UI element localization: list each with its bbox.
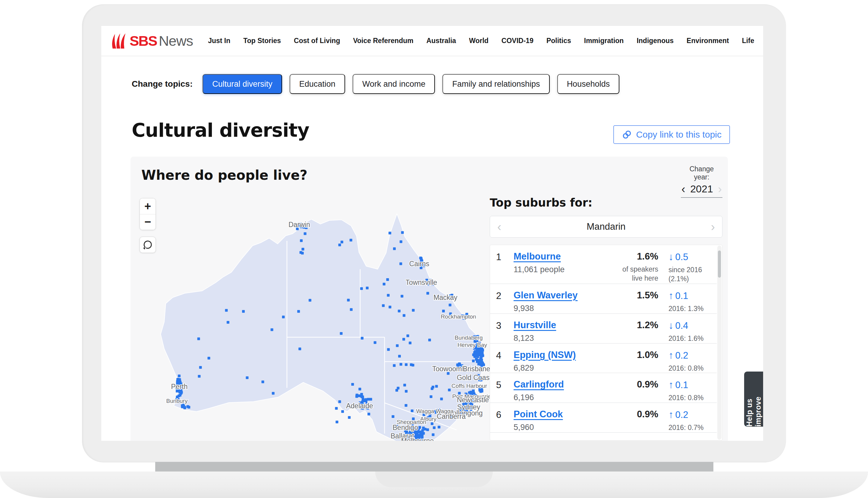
nav-item-environment[interactable]: Environment: [687, 37, 729, 45]
city-label-perth: Perth: [171, 383, 188, 391]
topic-button-education[interactable]: Education: [290, 74, 345, 94]
language-prev-button[interactable]: ‹: [497, 222, 501, 231]
map-zoom-out-button[interactable]: −: [140, 214, 155, 230]
card-title: Where do people live?: [141, 167, 307, 183]
suburb-row-7: 7Chatswood5,9480.9%↓< 0.12016: 1.0%: [490, 432, 717, 441]
year-value: 2021: [690, 183, 713, 195]
copy-link-button[interactable]: Copy link to this topic: [613, 125, 730, 144]
up-arrow-icon: ↑: [668, 409, 674, 420]
suburb-change-note: 2016: 1.3%: [661, 304, 715, 313]
city-label-newcastle: Newcastle: [457, 396, 489, 404]
topic-buttons: Cultural diversityEducationWork and inco…: [203, 74, 620, 94]
city-label-adelaide: Adelaide: [346, 402, 373, 410]
where-people-live-card: Where do people live? Change year: ‹ 202…: [130, 157, 728, 441]
city-label-rockhampton: Rockhampton: [441, 313, 476, 320]
nav-item-cost-of-living[interactable]: Cost of Living: [294, 37, 340, 45]
suburb-count: 6,829: [513, 364, 615, 373]
city-label-townsville: Townsville: [406, 278, 437, 286]
year-control: Change year: ‹ 2021 ›: [681, 165, 723, 198]
suburb-count: 5,960: [513, 423, 615, 432]
suburb-percent: 1.0%: [615, 350, 661, 361]
suburb-change-note: 2016: 0.8%: [661, 394, 715, 403]
city-label-darwin: Darwin: [289, 221, 310, 228]
topic-button-cultural-diversity[interactable]: Cultural diversity: [203, 74, 282, 94]
top-suburbs-heading: Top suburbs for:: [490, 196, 723, 209]
nav-item-covid-19[interactable]: COVID-19: [501, 37, 534, 45]
nav-item-indigenous[interactable]: Indigenous: [637, 37, 674, 45]
city-label-brisbane: Brisbane: [463, 365, 490, 373]
down-arrow-icon: ↓: [668, 439, 674, 441]
language-next-button[interactable]: ›: [711, 222, 715, 231]
suburb-change-note: 2016: 0.8%: [661, 364, 715, 373]
nav-item-politics[interactable]: Politics: [546, 37, 571, 45]
suburb-list: 1Melbourne11,061 people1.6%of speakers l…: [490, 245, 723, 441]
main-nav: Just InTop StoriesCost of LivingVoice Re…: [208, 37, 754, 45]
suburb-change-note: 2016: 0.7%: [661, 423, 715, 432]
topic-button-family-and-relationships[interactable]: Family and relationships: [443, 74, 549, 94]
year-next-button[interactable]: ›: [718, 185, 722, 193]
suburb-row-3: 3Hurstville8,1231.2%↓0.42016: 1.6%: [490, 313, 717, 343]
suburb-link[interactable]: Melbourne: [513, 251, 561, 262]
brand-sbs-text: SBS: [130, 32, 157, 49]
year-prev-button[interactable]: ‹: [681, 185, 685, 193]
city-label-hervey-bay: Hervey Bay: [458, 342, 487, 348]
nav-item-immigration[interactable]: Immigration: [584, 37, 624, 45]
sbs-news-logo[interactable]: SBS News: [110, 32, 193, 50]
suburb-rank: 4: [496, 350, 513, 373]
australia-landmass: [161, 214, 484, 441]
suburb-rank: 6: [496, 409, 513, 432]
nav-item-voice-referendum[interactable]: Voice Referendum: [353, 37, 413, 45]
topic-button-work-and-income[interactable]: Work and income: [353, 74, 435, 94]
suburb-change: ↓0.5: [661, 251, 715, 263]
nav-item-world[interactable]: World: [469, 37, 488, 45]
map-reset-button[interactable]: [140, 237, 156, 253]
map-controls: + −: [140, 198, 156, 253]
suburb-row-6: 6Point Cook5,9600.9%↑0.22016: 0.7%: [490, 403, 717, 432]
suburb-link[interactable]: Glen Waverley: [513, 290, 578, 301]
city-label-melbourne: Melbourne: [401, 437, 434, 441]
suburb-percent-note: of speakers live here: [615, 265, 661, 283]
suburb-change: ↑0.2: [661, 350, 715, 361]
help-us-improve-tab[interactable]: Help us improve: [744, 371, 763, 427]
topic-button-households[interactable]: Households: [557, 74, 620, 94]
suburb-percent: 0.9%: [615, 379, 661, 390]
brand-news-text: News: [159, 32, 193, 49]
up-arrow-icon: ↑: [668, 290, 674, 301]
suburb-change: ↓< 0.1: [661, 439, 715, 441]
suburb-rank: 1: [496, 251, 513, 284]
laptop-hinge: [155, 462, 713, 472]
suburb-percent: 1.5%: [615, 290, 661, 301]
city-label-coffs-harbour: Coffs Harbour: [451, 383, 487, 389]
suburb-rank: 5: [496, 379, 513, 403]
suburb-rank: 3: [496, 320, 513, 343]
reset-view-icon: [142, 239, 153, 250]
suburb-link[interactable]: Chatswood: [513, 439, 564, 441]
scrollbar-thumb[interactable]: [718, 250, 721, 278]
language-value: Mandarin: [587, 221, 625, 232]
language-selector[interactable]: ‹ Mandarin ›: [490, 216, 723, 238]
suburb-link[interactable]: Epping (NSW): [513, 350, 576, 361]
australia-map[interactable]: DarwinCairnsTownsvilleMackayRockhamptonB…: [149, 207, 492, 441]
city-label-bundaberg: Bundaberg: [455, 335, 483, 341]
suburb-link[interactable]: Hurstville: [513, 320, 556, 331]
city-label-bunbury: Bunbury: [166, 398, 188, 404]
map-zoom-in-button[interactable]: +: [140, 198, 155, 214]
nav-item-top-stories[interactable]: Top Stories: [243, 37, 281, 45]
suburb-count: 9,938: [513, 304, 615, 313]
suburb-count: 8,123: [513, 333, 615, 343]
city-label-bendigo: Bendigo: [393, 424, 418, 431]
suburb-link[interactable]: Point Cook: [513, 409, 563, 420]
copy-link-label: Copy link to this topic: [636, 130, 722, 140]
nav-item-australia[interactable]: Australia: [426, 37, 456, 45]
nav-item-life[interactable]: Life: [742, 37, 754, 45]
suburb-change: ↑0.1: [661, 290, 715, 301]
suburb-row-4: 4Epping (NSW)6,8291.0%↑0.22016: 0.8%: [490, 343, 717, 373]
page-title: Cultural diversity: [132, 119, 309, 141]
suburb-row-5: 5Carlingford6,1960.9%↑0.12016: 0.8%: [490, 373, 717, 403]
suburb-link[interactable]: Carlingford: [513, 379, 564, 390]
city-label-canberra: Canberra: [437, 412, 465, 420]
city-label-mackay: Mackay: [433, 293, 458, 301]
scrollbar-track[interactable]: [717, 246, 722, 440]
nav-item-just-in[interactable]: Just In: [208, 37, 230, 45]
up-arrow-icon: ↑: [668, 350, 674, 361]
